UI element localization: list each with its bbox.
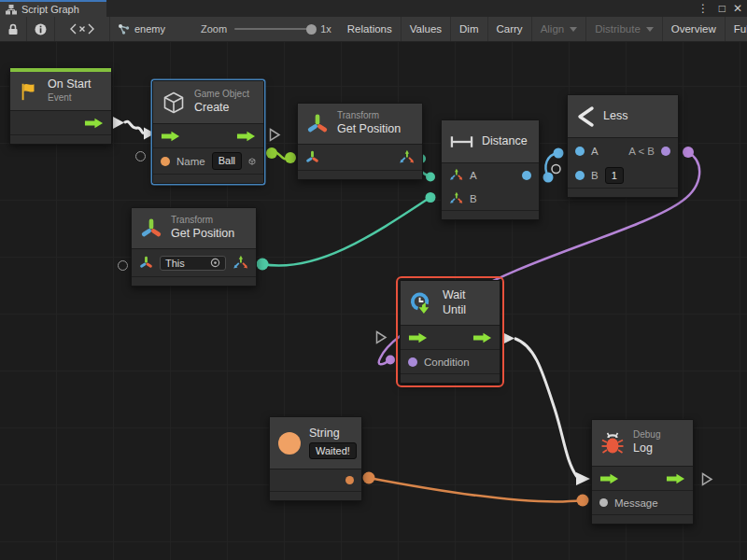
flow-in-port[interactable]: [408, 332, 428, 343]
transform-icon: [140, 217, 162, 240]
vector3-in-port-b[interactable]: [449, 191, 463, 205]
target-picker-icon[interactable]: [210, 258, 220, 268]
window-menu-icon[interactable]: ⋮: [693, 0, 713, 17]
node-string-literal[interactable]: String Waited!: [269, 416, 362, 501]
vector3-out-port[interactable]: [399, 149, 415, 165]
node-less[interactable]: Less A A < B B 1: [567, 94, 679, 198]
node-title: Wait Until: [443, 288, 490, 317]
name-input-port[interactable]: [161, 157, 170, 166]
info-button[interactable]: [27, 17, 55, 41]
transform-in-port[interactable]: [139, 256, 153, 270]
window-close-icon[interactable]: ✕: [728, 0, 747, 17]
bug-icon: [600, 431, 625, 455]
input-b-label: B: [591, 170, 599, 181]
flow-out-port[interactable]: [666, 473, 685, 484]
node-get-position-bottom[interactable]: Transform Get Position This: [131, 207, 257, 287]
info-icon: [35, 23, 47, 35]
target-object-field[interactable]: This: [160, 256, 226, 271]
string-value-field[interactable]: Waited!: [309, 442, 357, 459]
node-title: Get Position: [337, 122, 401, 137]
distance-icon: [450, 134, 473, 149]
node-title: String: [309, 427, 357, 441]
values-button[interactable]: Values: [402, 17, 451, 41]
transform-in-port[interactable]: [305, 150, 319, 164]
distance-out-port[interactable]: [522, 171, 531, 180]
unconnected-flow-out-indicator[interactable]: [269, 128, 281, 142]
flow-in-port[interactable]: [161, 131, 180, 142]
node-title: Log: [633, 441, 660, 456]
dim-button[interactable]: Dim: [451, 17, 487, 41]
graph-name: enemy: [134, 23, 165, 35]
distribute-button[interactable]: Distribute: [586, 17, 663, 41]
output-label: A < B: [628, 146, 655, 157]
node-title: Get Position: [171, 227, 234, 242]
wait-clock-icon: [409, 290, 434, 316]
graph-toolbar: enemy Zoom 1x Relations Values Dim Carry…: [0, 17, 747, 42]
node-caption: Game Object: [194, 89, 249, 101]
string-icon: [278, 432, 301, 455]
node-distance[interactable]: Distance A B: [441, 119, 540, 220]
less-icon: [576, 105, 595, 128]
flow-in-port[interactable]: [599, 473, 619, 484]
zoom-slider[interactable]: [234, 28, 313, 30]
node-wait-until[interactable]: Wait Until Condition: [400, 280, 500, 384]
vector3-in-port-a[interactable]: [449, 168, 463, 182]
string-out-port[interactable]: [345, 476, 354, 484]
name-value-field[interactable]: Ball: [212, 152, 242, 169]
vector3-out-port[interactable]: [233, 255, 248, 271]
node-caption: Transform: [171, 215, 234, 227]
input-a-label: A: [470, 170, 477, 181]
less-in-port-b[interactable]: [575, 171, 585, 180]
b-value-field[interactable]: 1: [605, 167, 624, 184]
lock-button[interactable]: [0, 17, 27, 41]
unconnected-value-port-indicator[interactable]: [135, 151, 146, 161]
node-title: On Start: [48, 77, 92, 92]
node-title: Less: [603, 109, 627, 124]
title-bar: Script Graph ⋮ □ ✕: [0, 0, 747, 17]
less-out-port[interactable]: [661, 147, 670, 156]
condition-label: Condition: [424, 357, 470, 368]
zoom-label: Zoom: [201, 23, 227, 35]
overview-button[interactable]: Overview: [663, 17, 726, 41]
zoom-control: Zoom 1x: [193, 17, 339, 41]
flow-out-port[interactable]: [84, 118, 104, 129]
node-gameobject-create[interactable]: Game Object Create Name Ball: [152, 80, 264, 184]
script-graph-window: Script Graph ⋮ □ ✕: [0, 0, 747, 560]
message-label: Message: [614, 497, 658, 509]
input-a-label: A: [591, 146, 599, 157]
tab-script-graph[interactable]: Script Graph: [0, 0, 106, 17]
message-in-port[interactable]: [599, 498, 608, 507]
unconnected-flow-in-indicator[interactable]: [375, 330, 388, 344]
condition-in-port[interactable]: [408, 357, 417, 367]
node-title: Create: [194, 101, 249, 116]
carry-button[interactable]: Carry: [488, 17, 532, 41]
node-on-start-event[interactable]: On Start Event: [9, 68, 112, 145]
gameobject-out-port-cube-icon[interactable]: [248, 154, 256, 169]
unconnected-value-port-indicator[interactable]: [118, 260, 128, 271]
tab-title: Script Graph: [21, 4, 79, 15]
breadcrumb-graph[interactable]: enemy: [110, 17, 173, 41]
unconnected-flow-out-indicator[interactable]: [701, 472, 713, 486]
node-debug-log[interactable]: Debug Log Message: [591, 419, 694, 525]
flow-out-port[interactable]: [236, 131, 256, 142]
zoom-slider-handle[interactable]: [306, 24, 317, 35]
code-view-button[interactable]: [55, 17, 110, 41]
graph-hierarchy-icon: [6, 5, 17, 15]
less-in-port-a[interactable]: [575, 147, 585, 156]
flag-icon: [19, 81, 39, 102]
graph-icon: [118, 23, 130, 35]
node-caption: Debug: [633, 429, 660, 441]
node-get-position-top[interactable]: Transform Get Position: [297, 103, 423, 180]
fullscreen-button[interactable]: Full Screen: [726, 17, 747, 41]
lock-icon: [7, 23, 19, 35]
flow-out-port[interactable]: [472, 332, 492, 343]
transform-icon: [306, 113, 329, 135]
code-view-icon: [70, 23, 94, 35]
input-b-label: B: [470, 193, 477, 204]
zoom-value: 1x: [320, 23, 331, 35]
chevron-down-icon: [570, 27, 577, 32]
node-caption: Transform: [337, 110, 401, 122]
relations-button[interactable]: Relations: [339, 17, 402, 41]
name-label: Name: [176, 156, 205, 167]
align-button[interactable]: Align: [532, 17, 587, 41]
